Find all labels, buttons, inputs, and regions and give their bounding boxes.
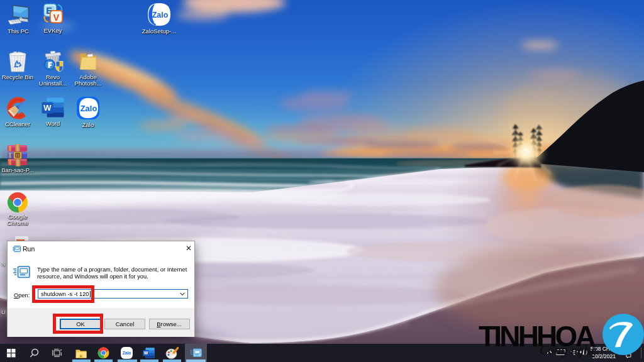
svg-text:V: V [53,13,60,23]
svg-text:Zalo: Zalo [123,351,131,355]
svg-text:Zalo: Zalo [80,104,97,113]
svg-text:W: W [43,103,52,112]
svg-text:W: W [144,351,148,355]
svg-text:Zalo: Zalo [152,11,169,19]
